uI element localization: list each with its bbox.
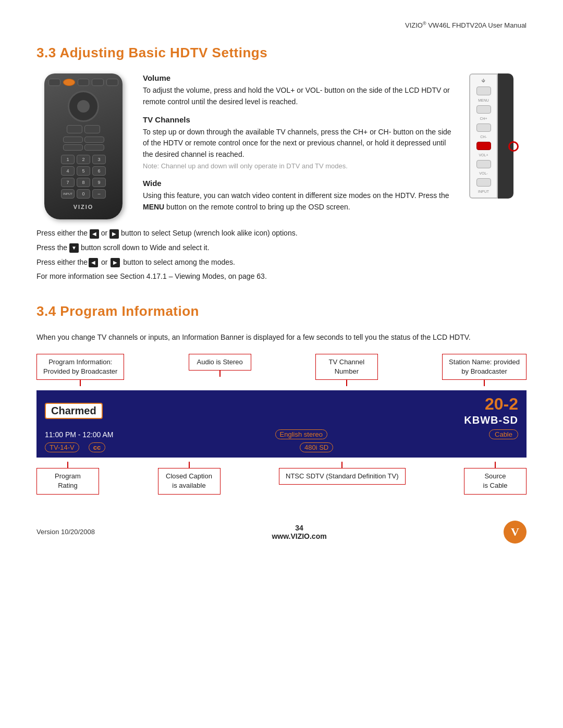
- label-closed-caption: Closed Captionis available: [158, 462, 221, 494]
- label-station-box: Station Name: providedby Broadcaster: [442, 354, 527, 380]
- banner-rating: TV-14-V: [45, 442, 79, 452]
- section-34: 3.4 Program Information When you change …: [36, 303, 527, 494]
- left-arrow-icon: ◀: [90, 229, 99, 239]
- page-footer: Version 10/20/2008 34 www.VIZIO.com V: [36, 521, 527, 544]
- section-33-content: 1 2 3 4 5 6 7 8 9 INPUT 0 – VIZIO: [36, 73, 527, 219]
- label-station: Station Name: providedby Broadcaster: [442, 354, 527, 386]
- comp-button: [92, 79, 104, 86]
- btn-3: 3: [92, 155, 106, 164]
- ch-up-button: [84, 137, 104, 143]
- btn-0: 0: [77, 189, 90, 199]
- top-labels-row: Program Information:Provided by Broadcas…: [36, 354, 527, 386]
- bottom-labels-row: ProgramRating Closed Captionis available…: [36, 462, 527, 494]
- right-arrow-icon: ▶: [109, 229, 119, 239]
- label-tv-channel: TV ChannelNumber: [315, 354, 378, 386]
- wide-line1: Press either the ◀ or ▶ button to select…: [36, 228, 527, 239]
- banner-audio: English stereo: [275, 429, 327, 439]
- label-source: Sourceis Cable: [464, 462, 527, 494]
- header-brand: VIZIO: [405, 21, 423, 29]
- tv-power-label: ⏻: [482, 79, 485, 82]
- tv-side-area: ⏻ MENU CH+ CH- VOL+ VOL- INPUT: [469, 73, 527, 219]
- left-arrow2-icon: ◀: [89, 258, 98, 267]
- tv-input-btn: [476, 178, 491, 187]
- header-model: VW46L FHDTV20A User Manual: [428, 21, 527, 29]
- section-34-title: 3.4 Program Information: [36, 303, 527, 319]
- banner-channel-number: 20-2: [485, 396, 518, 412]
- label-program-info: Program Information:Provided by Broadcas…: [36, 354, 124, 386]
- connector-3: [346, 380, 347, 386]
- tv-menu-btn: [476, 87, 491, 95]
- tv-body-right: [498, 73, 513, 199]
- connector-4: [484, 380, 485, 386]
- wide-line3: Press either the◀ or ▶ button to select …: [36, 257, 527, 268]
- btn-4: 4: [61, 166, 75, 176]
- banner-station-name: KBWB-SD: [464, 414, 518, 426]
- btn-2: 2: [77, 155, 90, 164]
- ch-down-button: [84, 144, 104, 151]
- vizio-logo: V: [504, 521, 527, 544]
- banner-source: Cable: [489, 429, 518, 439]
- tv-chplus-btn: [476, 105, 491, 114]
- right-arrow2-icon: ▶: [111, 258, 120, 267]
- hdmi-button: [106, 79, 118, 86]
- connector-1: [80, 380, 81, 386]
- banner-resolution: 480i SD: [300, 442, 333, 452]
- info-banner-diagram: Program Information:Provided by Broadcas…: [36, 354, 527, 495]
- volume-heading: Volume: [143, 73, 457, 82]
- header-reg: ®: [423, 21, 426, 26]
- remote-image-area: 1 2 3 4 5 6 7 8 9 INPUT 0 – VIZIO: [36, 73, 130, 219]
- btn-dash: –: [92, 189, 106, 199]
- last-button: [84, 125, 100, 133]
- banner-show-name: Charmed: [45, 403, 103, 419]
- banner-right-section: 20-2 KBWB-SD: [464, 396, 518, 426]
- label-ntsc-box: NTSC SDTV (Standard Definition TV): [279, 468, 406, 485]
- label-program-info-box: Program Information:Provided by Broadcas…: [36, 354, 124, 380]
- vol-up-button: [63, 137, 83, 143]
- btn-9: 9: [92, 178, 106, 187]
- btn-6: 6: [92, 166, 106, 176]
- btn-8: 8: [77, 178, 90, 187]
- label-program-rating: ProgramRating: [36, 462, 99, 494]
- power-button: [63, 79, 75, 86]
- number-grid: 1 2 3 4 5 6 7 8 9 INPUT 0 –: [61, 155, 106, 199]
- connector-8: [495, 462, 496, 468]
- down-arrow-icon: ▼: [69, 243, 79, 253]
- section-33: 3.3 Adjusting Basic HDTV Settings: [36, 45, 527, 282]
- label-source-box: Sourceis Cable: [464, 468, 527, 494]
- connector-2: [219, 371, 221, 377]
- website-url: www.VIZIO.com: [272, 532, 326, 540]
- wide-heading: Wide: [143, 179, 457, 188]
- btn-1: 1: [61, 155, 75, 164]
- page-header: VIZIO® VW46L FHDTV20A User Manual: [36, 21, 527, 29]
- tv-channels-heading: TV Channels: [143, 115, 457, 124]
- wide-text: Using this feature, you can watch video …: [143, 190, 457, 213]
- connector-6: [189, 462, 190, 468]
- tv-channels-note: Note: Channel up and down will only oper…: [143, 162, 348, 170]
- label-ntsc: NTSC SDTV (Standard Definition TV): [279, 462, 406, 494]
- vol-down-button: [63, 144, 83, 151]
- connector-7: [341, 462, 342, 468]
- wide-section: Press either the ◀ or ▶ button to select…: [36, 228, 527, 282]
- banner-time: 11:00 PM - 12:00 AM: [45, 430, 114, 439]
- tv-chminus-btn: [476, 124, 491, 132]
- section-34-intro: When you change TV channels or inputs, a…: [36, 332, 527, 343]
- label-tv-channel-box: TV ChannelNumber: [315, 354, 378, 380]
- tv-highlight-circle: [508, 141, 519, 152]
- nav-inner: [77, 100, 90, 113]
- label-closed-caption-box: Closed Captionis available: [158, 468, 221, 494]
- tv-side-panel: ⏻ MENU CH+ CH- VOL+ VOL- INPUT: [469, 73, 498, 199]
- tv-volplus-btn: [476, 142, 491, 150]
- connector-5: [67, 462, 68, 468]
- mute-button: [67, 125, 82, 133]
- btn-input: INPUT: [61, 189, 75, 199]
- volume-text: To adjust the volume, press and hold the…: [143, 85, 457, 107]
- tv-volminus-btn: [476, 160, 491, 168]
- nav-circle: [68, 91, 99, 122]
- btn-7: 7: [61, 178, 75, 187]
- section-33-text: Volume To adjust the volume, press and h…: [143, 73, 457, 219]
- label-audio: Audio is Stereo: [189, 354, 251, 386]
- wide-line4: For more information see Section 4.17.1 …: [36, 271, 527, 282]
- remote-control: 1 2 3 4 5 6 7 8 9 INPUT 0 – VIZIO: [44, 73, 123, 219]
- tv-channels-text: To step up or down through the available…: [143, 127, 457, 172]
- banner-cc: cc: [89, 442, 105, 452]
